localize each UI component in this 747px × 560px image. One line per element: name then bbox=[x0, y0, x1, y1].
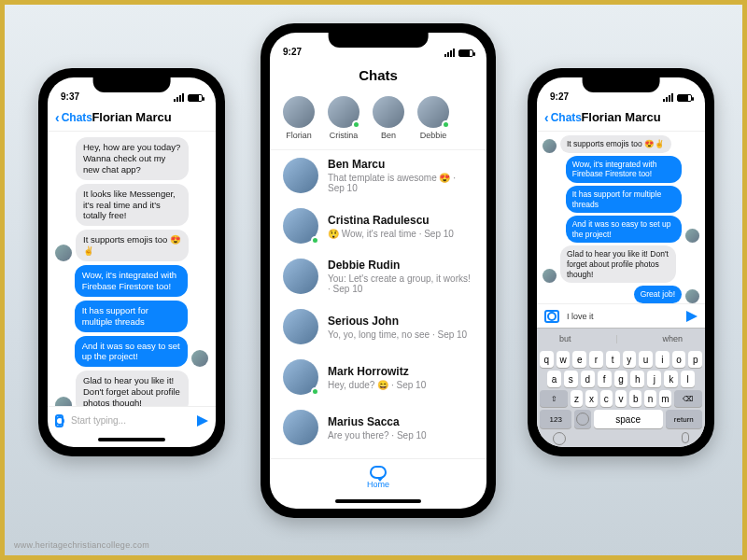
chat-list-item[interactable]: Debbie RudinYou: Let's create a group, i… bbox=[270, 251, 486, 301]
key-l[interactable]: l bbox=[681, 371, 695, 387]
nav-header: ‹ Chats Florian Marcu bbox=[537, 104, 705, 132]
key-z[interactable]: z bbox=[571, 390, 583, 407]
avatar bbox=[283, 259, 318, 294]
shift-key[interactable]: ⇧ bbox=[540, 390, 568, 407]
key-p[interactable]: p bbox=[688, 351, 702, 368]
chat-preview: 😲 Wow, it's real time · Sep 10 bbox=[328, 229, 454, 239]
key-y[interactable]: y bbox=[623, 351, 637, 368]
backspace-key[interactable]: ⌫ bbox=[674, 390, 702, 407]
chat-list-item[interactable]: Cristina Radulescu😲 Wow, it's real time … bbox=[270, 201, 486, 251]
story-item[interactable]: Debbie bbox=[417, 96, 449, 140]
avatar bbox=[543, 269, 557, 283]
avatar bbox=[191, 350, 208, 367]
story-item[interactable]: Ben bbox=[373, 96, 404, 140]
story-name: Florian bbox=[286, 131, 312, 140]
message-bubble[interactable]: It has support for multiple threads bbox=[566, 186, 682, 213]
key-i[interactable]: i bbox=[655, 351, 669, 368]
key-f[interactable]: f bbox=[598, 371, 612, 387]
key-c[interactable]: c bbox=[600, 390, 613, 407]
message-bubble[interactable]: Glad to hear you like it! Don't forget a… bbox=[76, 371, 189, 406]
message-row: It looks like Messenger, it's real time … bbox=[55, 184, 208, 227]
key-u[interactable]: u bbox=[639, 351, 653, 368]
key-g[interactable]: g bbox=[614, 371, 628, 387]
key-t[interactable]: t bbox=[606, 351, 620, 368]
camera-icon[interactable] bbox=[55, 414, 63, 427]
chevron-left-icon: ‹ bbox=[544, 111, 549, 124]
message-bubble[interactable]: It looks like Messenger, it's real time … bbox=[76, 184, 189, 227]
avatar bbox=[543, 139, 557, 153]
avatar bbox=[328, 96, 359, 128]
key-j[interactable]: j bbox=[647, 371, 661, 387]
message-bubble[interactable]: It supports emojis too 😍✌️ bbox=[560, 135, 671, 153]
story-name: Debbie bbox=[420, 131, 447, 140]
message-row: It supports emojis too 😍✌️ bbox=[543, 135, 699, 153]
back-label: Chats bbox=[551, 111, 582, 124]
chat-preview: That template is awesome 😍 · Sep 10 bbox=[328, 173, 473, 193]
avatar bbox=[55, 245, 72, 261]
message-bubble[interactable]: And it was so easy to set up the project… bbox=[566, 216, 682, 243]
back-button[interactable]: ‹ Chats bbox=[544, 111, 582, 124]
message-bubble[interactable]: Great job! bbox=[634, 286, 682, 303]
suggestion[interactable]: when bbox=[663, 334, 684, 343]
send-button[interactable] bbox=[197, 415, 208, 427]
message-list[interactable]: Hey, how are you today? Wanna check out … bbox=[48, 132, 216, 406]
composer bbox=[48, 406, 216, 434]
emoji-key[interactable] bbox=[574, 410, 590, 428]
chat-name: Debbie Rudin bbox=[328, 259, 473, 272]
notch bbox=[93, 77, 171, 92]
message-bubble[interactable]: Wow, it's integrated with Firebase Fires… bbox=[75, 265, 188, 297]
key-r[interactable]: r bbox=[589, 351, 603, 368]
notch bbox=[583, 77, 660, 92]
story-item[interactable]: Cristina bbox=[328, 96, 359, 140]
key-s[interactable]: s bbox=[564, 371, 578, 387]
message-list[interactable]: It supports emojis too 😍✌️Wow, it's inte… bbox=[537, 132, 705, 303]
message-bubble[interactable]: It has support for multiple threads bbox=[75, 301, 188, 332]
key-v[interactable]: v bbox=[615, 390, 627, 407]
phone-middle: 9:27 Chats FlorianCristinaBenDebbie Ben … bbox=[261, 23, 496, 518]
emoji-icon[interactable] bbox=[553, 432, 566, 445]
online-dot-icon bbox=[352, 120, 360, 129]
keyboard: qwertyuiop asdfghjkl ⇧ zxcvbnm ⌫ 123 spa… bbox=[537, 348, 705, 447]
message-bubble[interactable]: It supports emojis too 😍✌️ bbox=[76, 230, 189, 261]
message-bubble[interactable]: Glad to hear you like it! Don't forget a… bbox=[560, 245, 676, 283]
chat-name: Ben Marcu bbox=[328, 158, 473, 171]
clock: 9:27 bbox=[550, 91, 569, 102]
chat-list-item[interactable]: Ben MarcuThat template is awesome 😍 · Se… bbox=[270, 150, 486, 201]
key-o[interactable]: o bbox=[672, 351, 686, 368]
suggestion[interactable]: but bbox=[559, 334, 571, 343]
message-bubble[interactable]: Wow, it's integrated with Firebase Fires… bbox=[566, 156, 682, 183]
chat-list-item[interactable]: Marius SaccaAre you there? · Sep 10 bbox=[270, 402, 486, 453]
story-item[interactable]: Florian bbox=[283, 96, 315, 140]
key-n[interactable]: n bbox=[644, 390, 656, 407]
key-m[interactable]: m bbox=[659, 390, 671, 407]
mic-icon[interactable] bbox=[682, 432, 689, 443]
chat-list-item[interactable]: Mark HorrowitzHey, dude? 😄 · Sep 10 bbox=[270, 352, 486, 402]
return-key[interactable]: return bbox=[666, 410, 702, 428]
message-row: It has support for multiple threads bbox=[543, 186, 699, 213]
key-x[interactable]: x bbox=[585, 390, 598, 407]
key-q[interactable]: q bbox=[540, 351, 554, 368]
chat-list-item[interactable]: Serious JohnYo, yo, long time, no see · … bbox=[270, 301, 486, 352]
message-input[interactable] bbox=[71, 415, 190, 426]
chats-list[interactable]: Ben MarcuThat template is awesome 😍 · Se… bbox=[270, 150, 486, 458]
key-e[interactable]: e bbox=[572, 351, 586, 368]
key-h[interactable]: h bbox=[630, 371, 644, 387]
space-key[interactable]: space bbox=[594, 410, 663, 428]
stories-row[interactable]: FlorianCristinaBenDebbie bbox=[270, 91, 486, 150]
send-button[interactable] bbox=[686, 311, 698, 322]
key-a[interactable]: a bbox=[547, 371, 561, 387]
key-w[interactable]: w bbox=[557, 351, 571, 368]
message-bubble[interactable]: Hey, how are you today? Wanna check out … bbox=[76, 137, 189, 180]
back-button[interactable]: ‹ Chats bbox=[55, 111, 92, 124]
key-b[interactable]: b bbox=[629, 390, 641, 407]
key-k[interactable]: k bbox=[664, 371, 678, 387]
story-name: Cristina bbox=[330, 131, 359, 140]
camera-icon[interactable] bbox=[544, 310, 559, 323]
numbers-key[interactable]: 123 bbox=[540, 410, 571, 428]
key-d[interactable]: d bbox=[581, 371, 595, 387]
message-input[interactable] bbox=[567, 312, 679, 321]
story-name: Ben bbox=[381, 131, 396, 140]
tab-home[interactable]: Home bbox=[367, 466, 389, 489]
message-bubble[interactable]: And it was so easy to set up the project… bbox=[75, 336, 188, 368]
chat-preview: Hey, dude? 😄 · Sep 10 bbox=[328, 380, 426, 390]
